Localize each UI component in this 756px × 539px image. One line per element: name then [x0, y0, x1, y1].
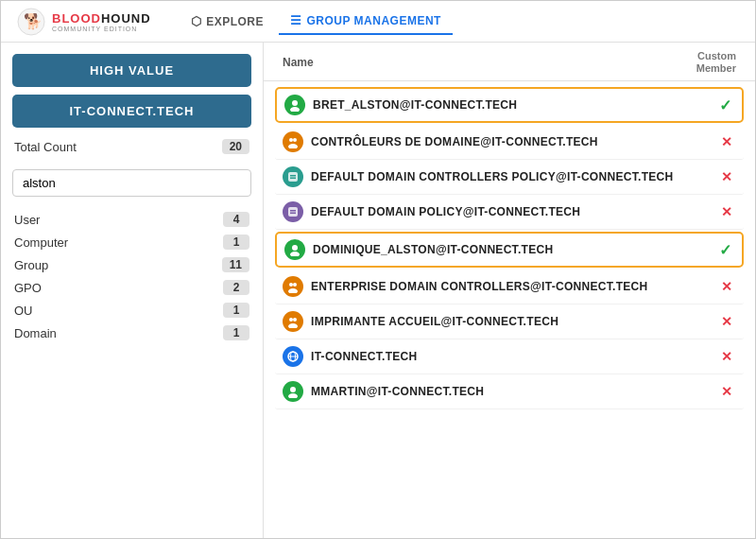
svg-rect-8: [290, 175, 296, 177]
main-layout: HIGH VALUE IT-CONNECT.TECH Total Count 2…: [1, 43, 755, 539]
nav-tabs: ⬡ EXPLORE ☰ GROUP MANAGEMENT: [180, 8, 453, 35]
user-icon: [284, 239, 305, 260]
logo-subtitle: COMMUNITY EDITION: [52, 26, 151, 32]
total-count-badge: 20: [222, 139, 249, 154]
svg-point-25: [288, 393, 298, 398]
svg-rect-7: [288, 172, 298, 182]
svg-rect-11: [290, 210, 296, 212]
member-cross-icon: ✕: [717, 349, 736, 364]
svg-rect-12: [290, 213, 296, 215]
svg-point-15: [289, 283, 293, 287]
col-custom-header: CustomMember: [696, 50, 736, 75]
group-icon: [283, 311, 303, 332]
table-row[interactable]: MMARTIN@IT-CONNECT.TECH ✕: [275, 374, 744, 409]
member-cross-icon: ✕: [717, 169, 736, 184]
svg-point-16: [293, 283, 297, 287]
header: 🐕 BLOODHOUND COMMUNITY EDITION ⬡ EXPLORE…: [1, 1, 755, 43]
svg-point-2: [292, 100, 298, 106]
svg-point-4: [289, 138, 293, 142]
table-row[interactable]: DEFAULT DOMAIN POLICY@IT-CONNECT.TECH ✕: [275, 195, 744, 230]
group-management-icon: ☰: [290, 13, 302, 27]
svg-rect-10: [288, 207, 298, 217]
row-label: DOMINIQUE_ALSTON@IT-CONNECT.TECH: [313, 243, 708, 256]
table-header: Name CustomMember: [264, 43, 755, 81]
stat-user: User 4: [12, 208, 251, 231]
row-label: DEFAULT DOMAIN CONTROLLERS POLICY@IT-CON…: [311, 170, 710, 183]
stats-list: User 4 Computer 1 Group 11 GPO 2 OU 1 Do…: [12, 208, 251, 344]
svg-point-18: [289, 318, 293, 322]
group-button[interactable]: IT-CONNECT.TECH: [12, 95, 251, 128]
table-row[interactable]: IT-CONNECT.TECH ✕: [275, 339, 744, 374]
stat-ou: OU 1: [12, 299, 251, 322]
table-row[interactable]: CONTRÔLEURS DE DOMAINE@IT-CONNECT.TECH ✕: [275, 125, 744, 160]
svg-point-5: [293, 138, 297, 142]
svg-text:🐕: 🐕: [24, 12, 43, 30]
row-label: IT-CONNECT.TECH: [311, 350, 710, 363]
svg-point-24: [290, 387, 296, 392]
member-check-icon: ✓: [715, 96, 734, 114]
logo: 🐕 BLOODHOUND COMMUNITY EDITION: [16, 7, 151, 37]
stat-group: Group 11: [12, 253, 251, 276]
member-cross-icon: ✕: [717, 314, 736, 329]
total-count-row: Total Count 20: [12, 135, 251, 158]
row-label: BRET_ALSTON@IT-CONNECT.TECH: [313, 98, 708, 112]
svg-point-13: [292, 245, 298, 251]
svg-point-6: [288, 144, 298, 148]
member-cross-icon: ✕: [717, 279, 736, 294]
stat-gpo: GPO 2: [12, 276, 251, 299]
table-row[interactable]: IMPRIMANTE ACCUEIL@IT-CONNECT.TECH ✕: [275, 304, 744, 339]
member-check-icon: ✓: [715, 241, 734, 259]
content-panel: Name CustomMember BRET_ALSTON@IT-CONNECT…: [264, 43, 755, 539]
row-label: IMPRIMANTE ACCUEIL@IT-CONNECT.TECH: [311, 315, 710, 328]
domain-icon: [283, 346, 303, 367]
group-icon: [283, 131, 303, 152]
svg-point-17: [288, 288, 298, 293]
stat-computer: Computer 1: [12, 231, 251, 253]
user-icon: [284, 95, 305, 115]
sidebar: HIGH VALUE IT-CONNECT.TECH Total Count 2…: [1, 43, 264, 539]
tab-explore[interactable]: ⬡ EXPLORE: [180, 9, 275, 34]
search-input[interactable]: [12, 169, 251, 197]
member-cross-icon: ✕: [717, 134, 736, 149]
user-icon: [283, 381, 303, 402]
table-body: BRET_ALSTON@IT-CONNECT.TECH ✓ CONTRÔLEUR…: [264, 81, 755, 539]
svg-point-20: [288, 323, 298, 328]
table-row[interactable]: BRET_ALSTON@IT-CONNECT.TECH ✓: [275, 87, 744, 123]
group-icon: [283, 276, 303, 297]
group-purple-icon: [283, 201, 303, 222]
logo-text: BLOODHOUND: [52, 11, 151, 26]
member-cross-icon: ✕: [717, 204, 736, 219]
explore-icon: ⬡: [191, 14, 202, 28]
high-value-button[interactable]: HIGH VALUE: [12, 54, 251, 87]
table-row[interactable]: ENTERPRISE DOMAIN CONTROLLERS@IT-CONNECT…: [275, 270, 744, 304]
logo-icon: 🐕: [16, 7, 46, 37]
table-row[interactable]: DOMINIQUE_ALSTON@IT-CONNECT.TECH ✓: [275, 232, 744, 268]
svg-point-14: [290, 252, 300, 256]
svg-rect-9: [290, 178, 296, 180]
group-teal-icon: [283, 166, 303, 187]
member-cross-icon: ✕: [717, 384, 736, 399]
total-count-label: Total Count: [14, 140, 77, 154]
col-name-header: Name: [283, 56, 696, 69]
row-label: DEFAULT DOMAIN POLICY@IT-CONNECT.TECH: [311, 205, 710, 218]
row-label: CONTRÔLEURS DE DOMAINE@IT-CONNECT.TECH: [311, 135, 710, 148]
svg-point-3: [290, 107, 300, 112]
stat-domain: Domain 1: [12, 322, 251, 344]
tab-group-management[interactable]: ☰ GROUP MANAGEMENT: [279, 8, 453, 35]
row-label: MMARTIN@IT-CONNECT.TECH: [311, 385, 710, 398]
svg-point-19: [293, 318, 297, 322]
table-row[interactable]: DEFAULT DOMAIN CONTROLLERS POLICY@IT-CON…: [275, 160, 744, 195]
row-label: ENTERPRISE DOMAIN CONTROLLERS@IT-CONNECT…: [311, 280, 710, 293]
